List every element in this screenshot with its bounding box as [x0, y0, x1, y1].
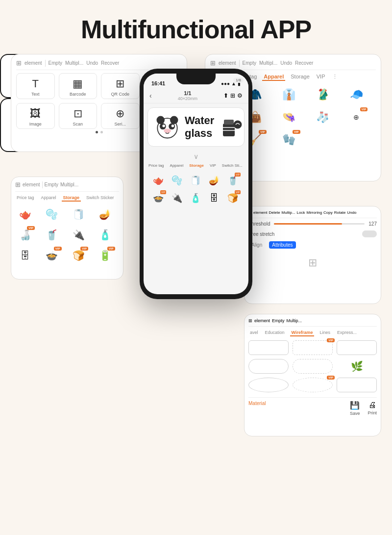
phone-share-icon[interactable]: ⬆ [223, 92, 228, 99]
phone-nav-bar: ‹ 1/1 40×20mm ⬆ ⊞ ⚙ [144, 88, 248, 103]
wireframe-rounded2 [293, 359, 333, 374]
free-stretch-toggle[interactable] [362, 230, 377, 237]
undo-btn2[interactable]: Undo [280, 60, 292, 66]
attr-mirror-btn[interactable]: Mirroring [307, 210, 322, 215]
attr-element-label: element [253, 210, 267, 215]
empty-btn[interactable]: Empty [49, 60, 62, 66]
image-icon: 🖼 [30, 107, 41, 120]
storage-tab-switch[interactable]: Switch Sticker [85, 195, 116, 202]
attr-copy-btn[interactable]: Copy [323, 210, 333, 215]
threshold-value: 127 [368, 221, 377, 227]
tab-switchsticker[interactable]: Switch Sti... [220, 162, 245, 169]
element-text[interactable]: T Text [16, 73, 55, 99]
print-label: Print [368, 410, 377, 415]
tab-apparel[interactable]: Apparel [168, 162, 186, 169]
drink-svg [218, 115, 243, 139]
storage-empty-btn[interactable]: Empty [45, 182, 58, 187]
divider [45, 60, 46, 67]
serial-icon: ⊕ [116, 107, 124, 120]
wireframe-tab-lines[interactable]: Lines [318, 330, 332, 336]
threshold-row: Threshold 127 [248, 221, 377, 227]
tab-pricetag[interactable]: Price tag [147, 162, 166, 169]
save-btn[interactable]: 💾 Save [350, 401, 360, 416]
phone-icon-lamp: 🪔 [206, 173, 222, 188]
phone-icon-fridge: 🗄 [206, 190, 222, 206]
save-label: Save [350, 411, 360, 416]
dot-2 [100, 131, 103, 133]
element-serial[interactable]: ⊕ Seri... [101, 103, 140, 129]
svg-rect-9 [224, 120, 234, 125]
phone-arrow-down[interactable]: ∨ [144, 151, 248, 162]
apparel-icon-polo: 👔 [278, 85, 300, 104]
phone-layers-icon[interactable]: ⊞ [230, 92, 235, 99]
recover-btn2[interactable]: Recover [295, 60, 313, 66]
phone-nav-subtitle: 40×20mm [178, 96, 197, 101]
empty-btn2[interactable]: Empty [243, 60, 256, 66]
tab-storage-active[interactable]: Storage [187, 162, 206, 169]
tab-more[interactable]: ⋮ [331, 73, 339, 81]
tab-vip[interactable]: VIP [208, 162, 218, 169]
qrcode-label: QR Code [111, 92, 129, 97]
element-qrcode[interactable]: ⊞ QR Code [101, 73, 140, 99]
threshold-slider[interactable] [274, 223, 365, 225]
wireframe-tab-express[interactable]: Express... [336, 330, 358, 336]
phone-body: 16:41 ●●● ▲ ▮ ‹ 1/1 40×20mm ⬆ [140, 69, 252, 299]
attr-placeholder-icon: ⊞ [308, 256, 317, 269]
main-layout: ⊞ element Empty Multipl... Undo Recover … [0, 54, 392, 515]
wireframe-tab-education[interactable]: Education [264, 330, 286, 336]
recover-btn[interactable]: Recover [101, 60, 119, 66]
svg-point-7 [164, 128, 171, 133]
storage-tab-pricetag[interactable]: Price tag [15, 195, 36, 202]
wireframe-multip-btn[interactable]: Multip... [287, 318, 302, 323]
phone-back-icon[interactable]: ‹ [149, 92, 152, 100]
attr-tab-attributes[interactable]: Attributes [269, 241, 295, 249]
storage-tab-storage[interactable]: Storage [62, 195, 81, 202]
storage-tab-apparel[interactable]: Apparel [40, 195, 58, 202]
storage-toolbar: ⊞ element Empty Multipl... [15, 181, 119, 192]
storage-icon-socket: 🔋VIP [96, 247, 115, 264]
storage-element-label: element [23, 182, 40, 187]
attr-tabs: Align Attributes [248, 241, 377, 249]
attr-lock-btn[interactable]: Lock [297, 210, 305, 215]
wireframe-tab-avel[interactable]: avel [248, 330, 260, 336]
attr-multip-btn[interactable]: Multip... [282, 210, 295, 215]
save-print-actions: 💾 Save 🖨 Print [350, 401, 377, 416]
phone-screen: 16:41 ●●● ▲ ▮ ‹ 1/1 40×20mm ⬆ [144, 74, 248, 294]
storage-icon-lamp: 🪔 [96, 205, 115, 223]
attr-panel: Threshold 127 Free stretch Align Attribu… [248, 221, 377, 273]
storage-icon-washer: 🫧 [42, 205, 62, 223]
multiply-btn2[interactable]: Multipl... [259, 60, 277, 66]
material-btn[interactable]: Material [248, 401, 266, 416]
multiply-btn[interactable]: Multipl... [65, 60, 83, 66]
storage-tabs: Price tag Apparel Storage Switch Sticker [15, 195, 119, 202]
apparel-icon-hat: 🧢 [345, 85, 368, 104]
element-icon2: ⊞ [210, 59, 216, 67]
wireframe-circle2: VIP [293, 378, 333, 392]
attr-undo-btn[interactable]: Undo [347, 210, 356, 215]
phone-settings-icon[interactable]: ⚙ [237, 92, 243, 99]
phone-nav-center: 1/1 40×20mm [178, 90, 197, 101]
wireframe-empty-btn[interactable]: Empty [272, 318, 285, 323]
wireframe-tab-wireframe[interactable]: Wireframe [290, 330, 315, 336]
attr-toolbar: ⊞ element Delete Multip... Lock Mirrorin… [248, 210, 377, 218]
phone-icon-vip-blender: 🥤VIP [225, 173, 241, 188]
undo-btn[interactable]: Undo [86, 60, 98, 66]
attr-rotate-btn[interactable]: Rotate [334, 210, 346, 215]
tab-storage[interactable]: Storage [289, 73, 311, 81]
print-btn[interactable]: 🖨 Print [368, 401, 377, 416]
tab-apparel[interactable]: Apparel [262, 73, 285, 81]
tab-vip[interactable]: VIP [315, 73, 327, 81]
phone-tabs-row: Price tag Apparel Storage VIP Switch Sti… [147, 162, 245, 169]
storage-multiply-btn[interactable]: Multipl... [60, 182, 78, 187]
image-label: Image [29, 122, 42, 127]
phone-icon-washer: 🫧 [169, 173, 185, 188]
storage-icon-blender: 🥤 [42, 226, 62, 244]
phone-nav-icons: ⬆ ⊞ ⚙ [223, 92, 243, 99]
element-barcode[interactable]: ▦ Barcode [59, 73, 98, 99]
panda-svg [154, 114, 181, 141]
element-label2: element [219, 60, 236, 66]
element-scan[interactable]: ⊡ Scan [59, 103, 98, 129]
wireframe-element-icon: ⊞ [248, 318, 252, 323]
element-image[interactable]: 🖼 Image [16, 103, 55, 129]
attr-delete-btn[interactable]: Delete [269, 210, 280, 215]
